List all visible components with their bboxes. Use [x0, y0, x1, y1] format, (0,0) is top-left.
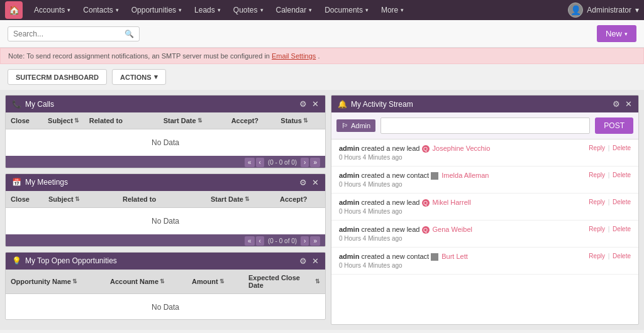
nav-item-accounts[interactable]: Accounts ▾	[28, 0, 77, 20]
activity-stream-settings-icon[interactable]: ⚙	[613, 99, 620, 109]
search-icon: 🔍	[125, 30, 134, 38]
nav-item-leads[interactable]: Leads ▾	[188, 0, 227, 20]
col-subject[interactable]: Subject ⇅	[43, 194, 118, 205]
sort-icon: ⇅	[219, 278, 225, 285]
activity-stream-title: My Activity Stream	[351, 100, 413, 109]
col-accept[interactable]: Accept?	[275, 194, 325, 205]
nav-item-opportunities[interactable]: Opportunities ▾	[125, 0, 188, 20]
activity-actions: Reply | Delete	[589, 145, 631, 151]
col-amount[interactable]: Amount ⇅	[187, 272, 243, 291]
col-opp-name[interactable]: Opportunity Name ⇅	[6, 272, 105, 291]
col-status[interactable]: Status ⇅	[275, 115, 325, 126]
user-flag-icon: 🏳	[341, 122, 348, 129]
my-meetings-header: 📅 My Meetings ⚙ ✕	[6, 174, 325, 191]
user-menu[interactable]: 👤 Administrator ▾	[568, 3, 639, 18]
col-expected-close[interactable]: Expected Close Date ⇅	[243, 272, 325, 291]
nav-item-calendar[interactable]: Calendar ▾	[270, 0, 319, 20]
my-meetings-close-icon[interactable]: ✕	[312, 178, 319, 187]
activity-actions: Reply | Delete	[589, 199, 631, 205]
my-opportunities-no-data: No Data	[6, 294, 325, 320]
page-prev-button[interactable]: ‹	[256, 158, 264, 167]
sort-icon: ⇅	[315, 278, 320, 285]
col-account-name[interactable]: Account Name ⇅	[105, 272, 187, 291]
col-accept[interactable]: Accept?	[226, 115, 276, 126]
list-item: admin created a new lead Q Mikel Harrell…	[331, 194, 638, 221]
page-info: (0 - 0 of 0)	[265, 159, 299, 166]
contact-link[interactable]: Burt Lett	[441, 253, 468, 260]
my-calls-close-icon[interactable]: ✕	[312, 99, 319, 109]
lead-link[interactable]: Mikel Harrell	[433, 199, 471, 206]
my-calls-header: 📞 My Calls ⚙ ✕	[6, 96, 325, 112]
lead-link[interactable]: Gena Weibel	[433, 226, 472, 233]
reply-link[interactable]: Reply	[589, 253, 605, 259]
suitecrm-dashboard-button[interactable]: SUITECRM DASHBOARD	[8, 69, 107, 85]
nav-item-quotes[interactable]: Quotes ▾	[227, 0, 270, 20]
page-first-button[interactable]: «	[245, 236, 255, 246]
reply-link[interactable]: Reply	[589, 172, 605, 178]
col-start-date[interactable]: Start Date ⇅	[158, 115, 226, 126]
activity-user-label: 🏳 Admin	[336, 119, 375, 132]
notification-bar: Note: To send record assignment notifica…	[0, 48, 644, 64]
my-opportunities-close-icon[interactable]: ✕	[312, 256, 319, 266]
post-button[interactable]: POST	[595, 117, 633, 134]
col-start-date[interactable]: Start Date ⇅	[206, 194, 275, 205]
search-bar-row: 🔍 New ▾	[0, 20, 644, 48]
new-button[interactable]: New ▾	[597, 25, 636, 42]
page-next-button[interactable]: ›	[301, 158, 309, 167]
actor-name: admin	[339, 199, 359, 206]
delete-link[interactable]: Delete	[613, 199, 631, 205]
my-opportunities-table-header: Opportunity Name ⇅ Account Name ⇅ Amount…	[6, 270, 325, 294]
my-meetings-panel: 📅 My Meetings ⚙ ✕ Close Subject ⇅ Relate…	[5, 173, 326, 247]
email-settings-link[interactable]: Email Settings	[272, 52, 316, 60]
lightbulb-icon: 💡	[12, 256, 21, 265]
col-close: Close	[6, 115, 43, 126]
chevron-down-icon: ▾	[401, 7, 404, 13]
sort-icon: ⇅	[75, 196, 80, 202]
activity-time: 0 Hours 4 Minutes ago	[339, 262, 631, 269]
page-next-button[interactable]: ›	[301, 236, 309, 246]
search-input-wrap: 🔍	[8, 26, 140, 41]
reply-link[interactable]: Reply	[589, 145, 605, 151]
left-column: 📞 My Calls ⚙ ✕ Close Subject ⇅ Related t…	[5, 95, 326, 325]
list-item: admin created a new lead Q Gena Weibel R…	[331, 221, 638, 248]
reply-link[interactable]: Reply	[589, 199, 605, 205]
page-last-button[interactable]: »	[310, 158, 320, 167]
list-item: admin created a new contact Burt Lett Re…	[331, 248, 638, 275]
lead-icon: Q	[422, 199, 430, 207]
nav-item-documents[interactable]: Documents ▾	[318, 0, 375, 20]
col-related[interactable]: Related to	[118, 194, 206, 205]
my-opportunities-header: 💡 My Top Open Opportunities ⚙ ✕	[6, 253, 325, 270]
search-input[interactable]	[13, 30, 122, 38]
actor-name: admin	[339, 172, 359, 179]
my-opportunities-settings-icon[interactable]: ⚙	[299, 256, 307, 266]
contact-link[interactable]: Imelda Alleman	[441, 172, 489, 179]
page-info: (0 - 0 of 0)	[265, 237, 299, 244]
nav-item-more[interactable]: More ▾	[375, 0, 410, 20]
reply-link[interactable]: Reply	[589, 226, 605, 232]
col-subject[interactable]: Subject ⇅	[43, 115, 84, 126]
my-opportunities-panel: 💡 My Top Open Opportunities ⚙ ✕ Opportun…	[5, 252, 326, 320]
home-icon[interactable]: 🏠	[5, 1, 23, 19]
my-calls-settings-icon[interactable]: ⚙	[299, 99, 307, 109]
page-prev-button[interactable]: ‹	[256, 236, 264, 246]
activity-stream-close-icon[interactable]: ✕	[625, 99, 632, 109]
col-related[interactable]: Related to	[84, 115, 158, 126]
actions-button[interactable]: ACTIONS ▾	[112, 69, 166, 85]
page-last-button[interactable]: »	[310, 236, 320, 246]
delete-link[interactable]: Delete	[613, 226, 631, 232]
chevron-down-icon: ▾	[218, 7, 221, 13]
delete-link[interactable]: Delete	[613, 145, 631, 151]
chevron-down-icon: ▾	[635, 6, 639, 14]
page-first-button[interactable]: «	[245, 158, 255, 167]
delete-link[interactable]: Delete	[613, 253, 631, 259]
activity-actions: Reply | Delete	[589, 172, 631, 178]
chevron-down-icon: ▾	[309, 7, 312, 13]
lead-link[interactable]: Josephine Vecchio	[433, 145, 491, 152]
chevron-down-icon: ▾	[67, 7, 70, 13]
nav-item-contacts[interactable]: Contacts ▾	[77, 0, 125, 20]
delete-link[interactable]: Delete	[613, 172, 631, 178]
my-meetings-title: My Meetings	[25, 178, 68, 187]
my-meetings-settings-icon[interactable]: ⚙	[299, 178, 307, 187]
my-calls-pagination: « ‹ (0 - 0 of 0) › »	[6, 156, 325, 168]
activity-post-input[interactable]	[380, 117, 590, 134]
